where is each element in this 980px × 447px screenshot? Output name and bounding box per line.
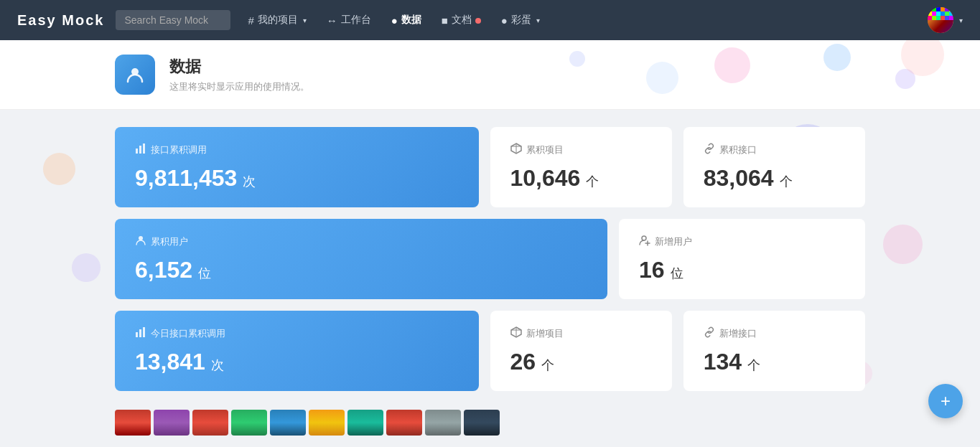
stat-value-new-apis: 134 个 bbox=[704, 349, 845, 375]
navbar: Easy Mock # 我的项目 ▾ ↔ 工作台 ● 数据 ■ 文档 ● 彩蛋 … bbox=[0, 0, 980, 40]
deco-blob-2 bbox=[823, 44, 851, 71]
svg-rect-4 bbox=[932, 11, 936, 16]
bg-circle-3 bbox=[43, 153, 75, 185]
nav-links: # 我的项目 ▾ ↔ 工作台 ● 数据 ■ 文档 ● 彩蛋 ▾ bbox=[248, 14, 928, 27]
pixel-avatar-10 bbox=[464, 410, 500, 436]
stat-label-cumulative-users: 累积用户 bbox=[135, 235, 587, 248]
svg-rect-17 bbox=[949, 16, 953, 20]
bg-circle-2 bbox=[883, 225, 923, 264]
stat-value-cumulative-apis: 83,064 个 bbox=[704, 165, 845, 192]
stat-card-new-users: 新增用户 16 位 bbox=[619, 219, 865, 299]
page-subtitle: 这里将实时显示应用的使用情况。 bbox=[169, 80, 309, 93]
avatar-image bbox=[928, 7, 953, 33]
user-avatar[interactable] bbox=[928, 7, 953, 33]
stat-value-cumulative-projects: 10,646 个 bbox=[510, 165, 652, 192]
nav-item-docs[interactable]: ■ 文档 bbox=[442, 14, 481, 27]
svg-point-26 bbox=[642, 236, 646, 240]
svg-rect-20 bbox=[139, 146, 141, 154]
stat-card-new-projects: 新增项目 26 个 bbox=[490, 311, 672, 391]
main-content: 接口累积调用 9,811,453 次 累积项目 10,646 bbox=[0, 110, 980, 408]
hash-icon: # bbox=[248, 14, 253, 27]
svg-rect-9 bbox=[928, 16, 932, 20]
deco-blob-5 bbox=[646, 62, 678, 94]
svg-rect-11 bbox=[936, 16, 941, 20]
bar-chart-icon-2 bbox=[135, 326, 146, 340]
svg-rect-8 bbox=[945, 7, 949, 11]
stat-label-new-projects: 新增项目 bbox=[510, 326, 652, 340]
data-icon: ● bbox=[391, 14, 398, 27]
pixel-avatar-3 bbox=[192, 410, 228, 436]
link-icon bbox=[704, 143, 715, 156]
svg-rect-5 bbox=[936, 11, 941, 16]
docs-badge bbox=[475, 18, 481, 24]
nav-item-workspace[interactable]: ↔ 工作台 bbox=[327, 14, 371, 27]
svg-rect-6 bbox=[941, 7, 945, 11]
pixel-avatar-8 bbox=[386, 410, 422, 436]
stat-label-new-users: 新增用户 bbox=[639, 235, 845, 248]
stat-value-api-total-calls: 9,811,453 次 bbox=[135, 165, 459, 192]
link-icon-2 bbox=[704, 326, 715, 340]
nav-item-easter-egg[interactable]: ● 彩蛋 ▾ bbox=[501, 14, 540, 27]
chevron-down-icon: ▾ bbox=[303, 17, 307, 24]
svg-rect-2 bbox=[936, 7, 941, 11]
pixel-avatar-2 bbox=[154, 410, 190, 436]
brand-logo: Easy Mock bbox=[17, 12, 104, 29]
svg-rect-21 bbox=[143, 143, 145, 154]
svg-rect-13 bbox=[945, 11, 949, 16]
stat-card-api-total-calls: 接口累积调用 9,811,453 次 bbox=[115, 127, 479, 207]
nav-item-my-projects[interactable]: # 我的项目 ▾ bbox=[248, 14, 306, 27]
stat-label-cumulative-projects: 累积项目 bbox=[510, 143, 652, 156]
plus-icon: + bbox=[941, 391, 951, 411]
svg-rect-3 bbox=[928, 11, 932, 16]
stat-label-new-apis: 新增接口 bbox=[704, 326, 845, 340]
user-plus-icon bbox=[639, 235, 650, 248]
bg-circle-5 bbox=[72, 253, 101, 282]
workspace-icon: ↔ bbox=[327, 14, 337, 27]
user-icon bbox=[135, 235, 146, 248]
pixel-avatar-1 bbox=[115, 410, 151, 436]
pixel-avatar-5 bbox=[270, 410, 306, 436]
stat-card-cumulative-users: 累积用户 6,152 位 bbox=[115, 219, 607, 299]
svg-rect-15 bbox=[949, 7, 953, 11]
svg-point-25 bbox=[139, 236, 143, 240]
svg-rect-30 bbox=[139, 329, 141, 337]
deco-blob-6 bbox=[569, 51, 585, 67]
stat-card-cumulative-projects: 累积项目 10,646 个 bbox=[490, 127, 672, 207]
page-title: 数据 bbox=[169, 56, 309, 77]
fab-add-button[interactable]: + bbox=[928, 384, 963, 418]
pixel-avatar-7 bbox=[347, 410, 383, 436]
svg-rect-31 bbox=[143, 327, 145, 337]
pixel-avatar-9 bbox=[425, 410, 461, 436]
svg-rect-0 bbox=[928, 7, 932, 11]
search-input[interactable] bbox=[116, 10, 230, 30]
easter-egg-icon: ● bbox=[501, 14, 508, 27]
stat-label-today-api-calls: 今日接口累积调用 bbox=[135, 326, 459, 340]
svg-rect-14 bbox=[945, 16, 949, 20]
svg-rect-12 bbox=[941, 16, 945, 20]
svg-rect-19 bbox=[136, 149, 138, 154]
svg-rect-10 bbox=[932, 16, 936, 20]
pixel-avatar-6 bbox=[309, 410, 345, 436]
bar-chart-icon bbox=[135, 143, 146, 156]
stat-label-cumulative-apis: 累积接口 bbox=[704, 143, 845, 156]
cube-icon bbox=[510, 143, 522, 156]
pixel-strip bbox=[0, 408, 980, 437]
nav-right: ▾ bbox=[928, 7, 963, 33]
cube-icon-2 bbox=[510, 326, 522, 340]
stat-card-new-apis: 新增接口 134 个 bbox=[683, 311, 865, 391]
stat-value-new-users: 16 位 bbox=[639, 257, 845, 283]
deco-blob-1 bbox=[714, 47, 750, 83]
stat-label-api-total-calls: 接口累积调用 bbox=[135, 143, 459, 156]
docs-icon: ■ bbox=[442, 14, 448, 27]
stat-value-today-api-calls: 13,841 次 bbox=[135, 349, 459, 375]
nav-item-data[interactable]: ● 数据 bbox=[391, 14, 421, 27]
stat-card-today-api-calls: 今日接口累积调用 13,841 次 bbox=[115, 311, 479, 391]
chevron-down-icon-2: ▾ bbox=[536, 17, 540, 24]
stat-value-new-projects: 26 个 bbox=[510, 349, 652, 375]
svg-rect-29 bbox=[136, 332, 138, 337]
page-header: 数据 这里将实时显示应用的使用情况。 bbox=[0, 40, 980, 110]
stat-value-cumulative-users: 6,152 位 bbox=[135, 257, 587, 283]
svg-rect-16 bbox=[949, 11, 953, 16]
svg-rect-1 bbox=[932, 7, 936, 11]
avatar-chevron: ▾ bbox=[959, 17, 963, 24]
